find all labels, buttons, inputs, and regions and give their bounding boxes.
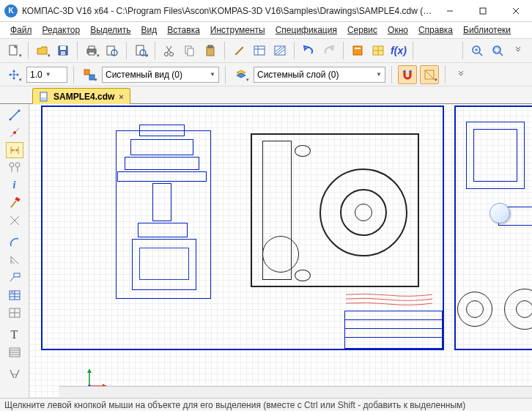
layer-combo[interactable]: Системный слой (0)▼ [254,67,385,83]
tool-info[interactable]: i [6,177,23,193]
hatch-button[interactable] [270,41,289,60]
part [516,300,532,318]
menu-service[interactable]: Сервис [343,23,382,37]
print-button[interactable] [82,41,101,60]
minimize-button[interactable] [433,0,466,21]
zoom-in-button[interactable] [468,41,487,60]
copy-icon [183,44,196,57]
scale-combo[interactable]: 1.0▼ [26,67,67,83]
tool-tableview[interactable] [6,344,23,360]
open-button[interactable] [33,41,52,60]
svg-rect-1 [480,8,486,14]
paste-button[interactable] [201,41,220,60]
print-icon [85,44,98,57]
tool-assembly[interactable] [6,366,23,382]
svg-point-71 [15,163,20,167]
menu-tools[interactable]: Инструменты [206,23,270,37]
layer-mgr-button[interactable] [232,65,251,84]
state-button[interactable] [4,65,23,84]
separator [462,42,463,59]
attributes-button[interactable] [250,41,269,60]
menu-select[interactable]: Выделить [86,23,135,37]
title-block-row [344,337,443,338]
variables-button[interactable] [369,41,388,60]
tab-sample4[interactable]: SAMPLE4.cdw × [32,88,130,104]
redo-button[interactable] [319,41,339,60]
horizontal-scrollbar[interactable] [59,386,532,398]
part [139,248,189,280]
cut-button[interactable] [160,41,179,60]
chevron-down-icon: ▼ [210,71,215,78]
tab-close-button[interactable]: × [119,92,123,101]
svg-line-38 [479,53,482,56]
save-button[interactable] [53,41,73,60]
line-icon [8,108,21,122]
part [125,157,199,170]
table-icon [8,289,21,302]
tool-grid[interactable] [6,305,23,321]
preview-icon [106,44,119,57]
tool-arc[interactable] [6,234,23,251]
svg-line-16 [145,55,147,56]
text-icon: T [11,328,18,341]
redo-icon [322,44,336,57]
document-tabs: SAMPLE4.cdw × [0,86,532,104]
separator [224,42,225,59]
library-manager-button[interactable] [348,41,367,60]
tool-angle-dim[interactable] [6,252,23,268]
svg-line-60 [10,111,19,119]
svg-marker-46 [12,70,15,72]
svg-marker-47 [12,78,15,80]
title-block [344,311,443,349]
tool-params[interactable] [6,212,23,229]
svg-point-70 [10,163,14,167]
new-icon [7,44,21,57]
hint-bubble[interactable] [489,203,510,223]
print-preview-button[interactable] [103,41,122,60]
menu-help[interactable]: Справка [414,23,457,37]
snap-button[interactable] [398,65,417,84]
fx-button[interactable]: f(x) [389,41,408,60]
tool-table[interactable] [6,287,23,303]
view-mgr-button[interactable] [80,65,99,84]
tool-dimension[interactable] [6,142,23,158]
new-button[interactable] [4,41,23,60]
tool-designation[interactable] [6,160,23,176]
menu-editor[interactable]: Редактор [38,23,85,37]
maximize-button[interactable] [466,0,499,21]
menu-insert[interactable]: Вставка [163,23,204,37]
close-button[interactable] [499,0,532,21]
work-area: i T [0,104,532,398]
properties-button[interactable] [131,41,150,60]
undo-button[interactable] [299,41,318,60]
chevron-down-icon: ▼ [45,71,51,78]
menu-file[interactable]: Файл [6,23,37,37]
format-brush-button[interactable] [229,41,248,60]
attributes-icon [253,44,266,57]
menu-window[interactable]: Окно [383,23,413,37]
zoom-area-button[interactable] [488,41,507,60]
menu-libs[interactable]: Библиотеки [459,23,515,37]
zoom-more-button[interactable] [509,41,528,60]
menu-spec[interactable]: Спецификация [271,23,341,37]
tool-leader[interactable] [6,270,23,286]
tab-label: SAMPLE4.cdw [53,92,114,102]
tool-edit[interactable] [6,195,23,211]
tool-text[interactable]: T [6,327,23,343]
svg-point-64 [13,131,16,134]
separator [28,42,29,59]
drawing-canvas[interactable] [29,104,532,398]
menu-view[interactable]: Вид [137,23,162,37]
part [138,223,188,237]
svg-line-79 [10,277,14,281]
tool-point[interactable] [6,125,23,141]
copy-button[interactable] [180,41,199,60]
view-combo[interactable]: Системный вид (0)▼ [102,67,219,83]
more-button[interactable] [451,65,470,84]
snap-options-button[interactable] [420,65,439,84]
svg-line-57 [425,70,434,79]
separator [445,66,446,84]
tool-geometry[interactable] [6,107,23,123]
zoom-in-icon [470,44,484,57]
part [473,129,517,182]
